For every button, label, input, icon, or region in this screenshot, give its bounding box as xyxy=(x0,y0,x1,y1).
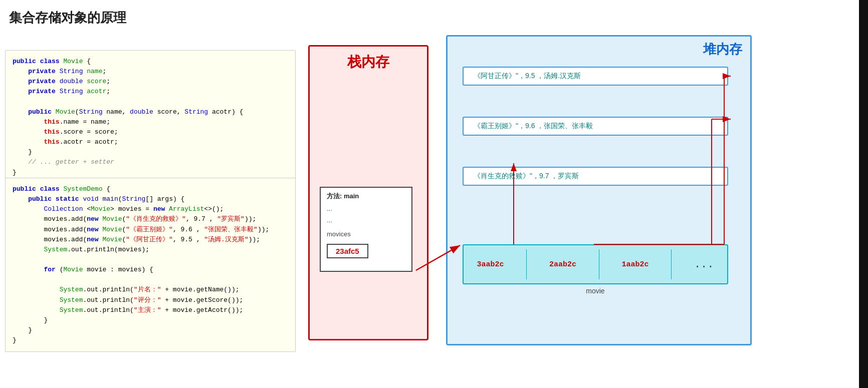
method-frame-dots1: ... xyxy=(327,203,405,214)
stack-memory-box: 栈内存 方法: main ... ... movices 23afc5 xyxy=(308,45,428,340)
movie-object-1: 《阿甘正传》"，9.5 ，汤姆.汉克斯 xyxy=(463,67,728,86)
right-bar xyxy=(859,0,868,388)
page-title: 集合存储对象的原理 xyxy=(9,9,126,27)
movie-object-2: 《霸王别姬》"，9.6 ，张国荣、张丰毅 xyxy=(463,117,728,136)
code-box-system: public class SystemDemo { public static … xyxy=(5,178,296,352)
code-box-movie: public class Movie { private String name… xyxy=(5,50,296,184)
al-cell-1: 3aab2c xyxy=(473,260,508,269)
al-separator-1 xyxy=(526,249,527,279)
al-cell-3: 1aab2c xyxy=(617,260,653,269)
al-cell-2: 2aab2c xyxy=(545,260,580,269)
al-separator-2 xyxy=(599,249,599,279)
method-frame-dots2: ... xyxy=(327,214,405,226)
stack-label: 栈内存 xyxy=(310,53,427,72)
method-frame-title: 方法: main xyxy=(327,192,405,201)
al-separator-3 xyxy=(671,249,672,279)
movie-object-3: 《肖生克的救赎》"，9.7 ，罗宾斯 xyxy=(463,167,728,186)
arraylist-label: movie xyxy=(463,287,728,295)
arraylist-row: 3aab2c 2aab2c 1aab2c ... xyxy=(463,244,728,284)
ref-value-box: 23afc5 xyxy=(327,244,368,258)
heap-label: 堆内存 xyxy=(448,37,750,58)
heap-memory-box: 堆内存 《阿甘正传》"，9.5 ，汤姆.汉克斯 《霸王别姬》"，9.6 ，张国荣… xyxy=(446,35,752,345)
method-frame-var: movices xyxy=(327,228,405,240)
al-dots: ... xyxy=(690,258,718,271)
method-frame: 方法: main ... ... movices 23afc5 xyxy=(320,187,412,272)
